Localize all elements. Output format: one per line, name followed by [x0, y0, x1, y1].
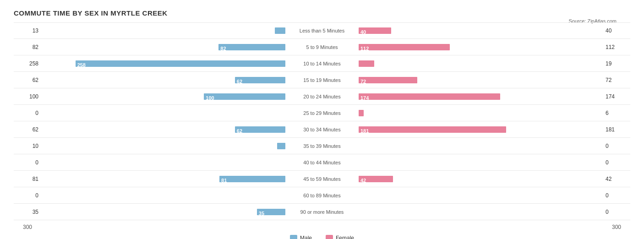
female-bar-label: 112 — [359, 46, 371, 51]
female-value: 0 — [603, 192, 630, 199]
male-bar-label: 82 — [218, 46, 228, 51]
male-value: 258 — [14, 60, 41, 67]
chart-title: COMMUTE TIME BY SEX IN MYRTLE CREEK — [14, 9, 630, 17]
female-bar: 174 — [359, 93, 500, 100]
female-value: 72 — [603, 77, 630, 83]
male-value: 62 — [14, 126, 41, 133]
male-value: 81 — [14, 176, 41, 182]
axis-left: 300 — [14, 224, 41, 230]
male-value: 35 — [14, 209, 41, 215]
legend-male-label: Male — [300, 235, 312, 239]
row-center-label: 35 to 39 Minutes — [285, 143, 359, 149]
legend-female: Female — [326, 235, 354, 239]
female-value: 0 — [603, 209, 630, 215]
female-value: 112 — [603, 44, 630, 50]
male-bar: 81 — [219, 176, 285, 182]
male-bar-label: 100 — [204, 95, 216, 101]
male-bar-label: 62 — [235, 79, 244, 84]
male-bar: 82 — [218, 44, 285, 50]
row-center-label: 60 to 89 Minutes — [285, 193, 359, 198]
table-row: 025 to 29 Minutes6 — [14, 105, 630, 121]
female-bar: 72 — [359, 77, 417, 83]
female-bar: 42 — [359, 176, 393, 182]
male-value: 100 — [14, 93, 41, 100]
table-row: 10010020 to 24 Minutes174174 — [14, 88, 630, 105]
male-bar-label: 35 — [257, 211, 266, 216]
female-bar-label: 174 — [359, 95, 371, 101]
male-value: 0 — [14, 192, 41, 199]
female-value: 0 — [603, 143, 630, 149]
female-bar-label: 40 — [359, 29, 368, 35]
female-bar: 40 — [359, 27, 391, 34]
table-row: 626230 to 34 Minutes181181 — [14, 121, 630, 138]
male-bar: 62 — [235, 77, 285, 83]
male-bar: 62 — [235, 126, 285, 133]
table-row: 82825 to 9 Minutes112112 — [14, 39, 630, 55]
male-value: 13 — [14, 27, 41, 34]
table-row: 626215 to 19 Minutes7272 — [14, 72, 630, 88]
table-row: 060 to 89 Minutes0 — [14, 187, 630, 204]
female-value: 0 — [603, 159, 630, 166]
row-center-label: Less than 5 Minutes — [285, 28, 359, 33]
row-center-label: 15 to 19 Minutes — [285, 77, 359, 83]
female-bar: 181 — [359, 126, 506, 133]
female-value: 19 — [603, 60, 630, 67]
male-bar-label: 81 — [219, 178, 229, 183]
row-center-label: 40 to 44 Minutes — [285, 160, 359, 165]
male-bar — [275, 27, 285, 34]
table-row: 040 to 44 Minutes0 — [14, 154, 630, 171]
chart-area: 13Less than 5 Minutes404082825 to 9 Minu… — [14, 22, 630, 239]
legend-female-box — [326, 235, 333, 239]
female-value: 40 — [603, 27, 630, 34]
row-center-label: 20 to 24 Minutes — [285, 94, 359, 99]
female-bar-label: 181 — [359, 128, 371, 134]
row-center-label: 5 to 9 Minutes — [285, 44, 359, 50]
table-row: 13Less than 5 Minutes4040 — [14, 22, 630, 39]
row-center-label: 25 to 29 Minutes — [285, 110, 359, 116]
legend-male-box — [290, 235, 297, 239]
row-center-label: 30 to 34 Minutes — [285, 127, 359, 132]
male-value: 82 — [14, 44, 41, 50]
axis-row: 300 300 — [14, 220, 630, 232]
row-center-label: 45 to 59 Minutes — [285, 176, 359, 182]
male-value: 62 — [14, 77, 41, 83]
female-bar — [359, 110, 364, 116]
table-row: 25825810 to 14 Minutes19 — [14, 55, 630, 72]
table-row: 353590 or more Minutes0 — [14, 204, 630, 220]
female-bar — [359, 60, 374, 67]
male-value: 10 — [14, 143, 41, 149]
male-bar: 100 — [204, 93, 285, 100]
female-bar-label: 72 — [359, 79, 368, 84]
male-value: 0 — [14, 110, 41, 116]
male-bar: 258 — [76, 60, 285, 67]
female-value: 181 — [603, 126, 630, 133]
male-bar: 35 — [257, 209, 285, 215]
male-bar — [277, 143, 285, 149]
male-bar-label: 62 — [235, 128, 244, 134]
axis-right: 300 — [603, 224, 630, 230]
female-value: 6 — [603, 110, 630, 116]
female-bar: 112 — [359, 44, 450, 50]
legend: Male Female — [14, 235, 630, 239]
female-value: 42 — [603, 176, 630, 182]
female-bar-label: 42 — [359, 178, 368, 183]
male-value: 0 — [14, 159, 41, 166]
legend-female-label: Female — [336, 235, 354, 239]
row-center-label: 10 to 14 Minutes — [285, 61, 359, 66]
table-row: 1035 to 39 Minutes0 — [14, 138, 630, 154]
table-row: 818145 to 59 Minutes4242 — [14, 171, 630, 187]
male-bar-label: 258 — [76, 62, 87, 68]
legend-male: Male — [290, 235, 312, 239]
female-value: 174 — [603, 93, 630, 100]
row-center-label: 90 or more Minutes — [285, 209, 359, 215]
